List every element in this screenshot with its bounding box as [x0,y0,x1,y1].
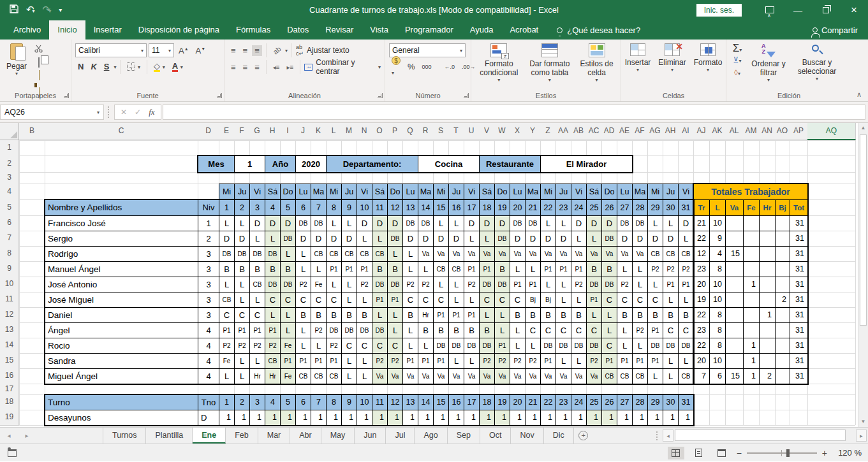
turno-day-27[interactable]: 27 [617,394,633,410]
cell-Z13[interactable]: C [540,322,556,338]
employee-niv-6[interactable]: 3 [198,292,219,308]
cell-J12[interactable]: B [295,307,311,323]
cell-AC16[interactable]: Va [586,368,602,384]
cell-T6[interactable]: L [448,215,464,231]
cell-E11[interactable]: CB [219,292,235,308]
sheet-tab-turnos[interactable]: Turnos [103,428,146,444]
cell-AK14[interactable]: 8 [709,338,726,354]
col-header-AH[interactable]: AH [663,123,679,140]
cell-AO8[interactable] [775,246,790,262]
cell-AH6[interactable]: L [663,215,679,231]
cell-N19[interactable]: 1 [357,410,372,426]
col-header-R[interactable]: R [418,123,434,140]
turno-day-20[interactable]: 20 [510,394,526,410]
cell-E15[interactable]: Fe [219,353,235,369]
menu-tab-ayuda[interactable]: Ayuda [462,20,502,40]
turno-day-23[interactable]: 23 [555,394,571,410]
cell-M14[interactable]: C [341,338,357,354]
cell-O19[interactable]: 1 [372,410,388,426]
cell-W12[interactable]: L [494,307,510,323]
cell-AF7[interactable]: D [632,231,648,247]
cell-AN15[interactable] [759,353,776,369]
scroll-up-icon[interactable]: ▲ [858,123,868,133]
col-header-V[interactable]: V [479,123,495,140]
confirm-entry-icon[interactable]: ✓ [131,108,144,117]
cell-G6[interactable]: D [249,215,265,231]
cell-E13[interactable]: P1 [219,322,235,338]
zoom-level[interactable]: 120 % [834,448,862,458]
menu-tab-inicio[interactable]: Inicio [49,20,85,40]
nombre-apellidos-header[interactable]: Nombre y Apellidos [45,199,198,216]
col-header-K[interactable]: K [311,123,327,140]
turno-day-25[interactable]: 25 [586,394,602,410]
cell-AF15[interactable]: P1 [632,353,648,369]
cell-AA16[interactable]: Va [555,368,571,384]
cell-F7[interactable]: D [234,231,250,247]
cell-AC12[interactable]: L [586,307,602,323]
cell-K19[interactable]: 1 [311,410,327,426]
cell-M13[interactable]: DB [341,322,357,338]
cell-Y15[interactable]: P2 [525,353,541,369]
sheet-tab-mar[interactable]: Mar [258,428,291,444]
cell-P6[interactable]: D [387,215,403,231]
cell-AJ10[interactable]: 20 [693,277,710,292]
cell-AE16[interactable]: CB [617,368,633,384]
cell-R19[interactable]: 1 [418,410,434,426]
employee-niv-4[interactable]: 3 [198,261,219,277]
cell-AN11[interactable] [759,292,776,308]
weekday-22[interactable]: Mi [540,184,556,200]
turno-day-17[interactable]: 17 [464,394,480,410]
cell-Q13[interactable]: L [402,322,418,338]
cell-N8[interactable]: CB [357,246,372,262]
insert-function-icon[interactable]: fx [145,107,158,117]
cell-M16[interactable]: L [341,368,357,384]
format-cells-button[interactable]: Formato▾ [691,42,725,74]
cell-F9[interactable]: B [234,261,250,277]
cell-P9[interactable]: B [387,261,403,277]
cell-AJ13[interactable]: 23 [693,322,710,338]
cell-L7[interactable]: D [326,231,342,247]
page-layout-view-icon[interactable] [691,447,707,459]
zoom-in-icon[interactable]: + [822,448,827,458]
cell-O6[interactable]: D [372,215,388,231]
turno-day-14[interactable]: 14 [418,394,434,410]
cell-AG14[interactable]: DB [647,338,663,354]
tno-header[interactable]: Tno [198,394,219,410]
day-number-7[interactable]: 7 [311,199,327,216]
turno-day-28[interactable]: 28 [632,394,648,410]
clipboard-dialog-launcher-icon[interactable] [64,93,69,98]
cell-AK9[interactable]: 8 [709,261,726,277]
cell-V8[interactable]: Va [479,246,495,262]
cell-M6[interactable]: L [341,215,357,231]
cell-X10[interactable]: P1 [510,277,526,292]
cell-H11[interactable]: C [265,292,281,308]
cell-AE11[interactable]: C [617,292,633,308]
cell-J14[interactable]: L [295,338,311,354]
cell-N12[interactable]: B [357,307,372,323]
cell-AC10[interactable]: DB [586,277,602,292]
new-sheet-button[interactable]: + [574,428,593,444]
col-header-F[interactable]: F [234,123,250,140]
cell-P7[interactable]: DB [387,231,403,247]
col-header-AB[interactable]: AB [571,123,587,140]
cell-AD13[interactable]: L [601,322,617,338]
cell-E7[interactable]: D [219,231,235,247]
weekday-20[interactable]: Lu [510,184,526,200]
cell-L6[interactable]: L [326,215,342,231]
cell-S11[interactable]: C [433,292,449,308]
menu-tab-insertar[interactable]: Insertar [85,20,130,40]
cell-AA7[interactable]: D [555,231,571,247]
day-number-21[interactable]: 21 [525,199,541,216]
cell-X12[interactable]: B [510,307,526,323]
cell-AF16[interactable]: CB [632,368,648,384]
cell-AF9[interactable]: L [632,261,648,277]
sheet-tab-may[interactable]: May [321,428,355,444]
cell-Y14[interactable]: L [525,338,541,354]
turno-header[interactable]: Turno [45,394,198,410]
restaurante-label[interactable]: Restaurante [479,155,541,173]
mes-label[interactable]: Mes [198,155,235,173]
cell-AG13[interactable]: P1 [647,322,663,338]
cell-T8[interactable]: Va [448,246,464,262]
cell-U10[interactable]: P2 [464,277,480,292]
row-header-11[interactable]: 11 [0,292,19,308]
